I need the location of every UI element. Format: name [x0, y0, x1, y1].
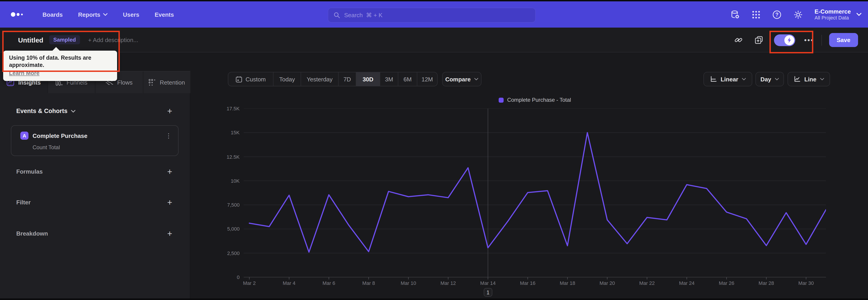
range-custom[interactable]: Custom	[228, 72, 273, 86]
calendar-icon	[236, 76, 242, 83]
x-axis-tick-label: Mar 10	[395, 280, 422, 286]
report-toolbar: Untitled Sampled + Add description...	[0, 28, 868, 53]
nav-item-label: Boards	[42, 11, 63, 18]
event-kebab-menu-icon[interactable]: ⋮	[165, 131, 172, 140]
query-builder-panel: Events & Cohorts + A Complete Purchase ⋮…	[0, 93, 190, 298]
linear-scale-icon	[710, 76, 717, 83]
y-axis-tick-label: 17.5K	[227, 106, 240, 111]
events-cohorts-label: Events & Cohorts	[16, 108, 68, 114]
sampling-toggle[interactable]	[774, 34, 795, 46]
add-description[interactable]: + Add description...	[88, 36, 138, 43]
add-to-board-icon[interactable]	[754, 36, 763, 44]
settings-gear-icon[interactable]	[794, 10, 803, 19]
add-formula-button[interactable]: +	[167, 167, 172, 176]
nav-item-boards[interactable]: Boards	[42, 11, 63, 18]
events-cohorts-header: Events & Cohorts +	[0, 108, 190, 114]
pagination-page-button[interactable]: 1	[484, 288, 492, 297]
save-button[interactable]: Save	[829, 33, 858, 47]
chart-plot-area[interactable]	[244, 109, 826, 280]
nav-item-label: Users	[123, 11, 139, 18]
event-series-badge: A	[20, 131, 29, 140]
add-breakdown-button[interactable]: +	[167, 229, 172, 238]
x-axis-tick-label: Mar 24	[673, 280, 700, 286]
y-axis-tick-label: 7,500	[227, 202, 240, 208]
legend-label: Complete Purchase - Total	[507, 97, 571, 103]
chart-type-dropdown[interactable]: Line	[787, 72, 830, 86]
y-axis-tick-label: 5,000	[227, 226, 240, 232]
screen: Boards Reports Users Events	[0, 0, 868, 300]
search-input[interactable]	[344, 12, 530, 19]
mixpanel-dots-icon	[10, 11, 25, 18]
range-label: Custom	[246, 76, 266, 83]
project-switcher[interactable]: E-Commerce All Project Data	[815, 8, 862, 21]
search-box[interactable]	[328, 8, 536, 23]
range-3m[interactable]: 3M	[380, 72, 398, 86]
apps-grid-icon[interactable]	[752, 10, 761, 19]
range-30d[interactable]: 30D	[356, 72, 380, 86]
help-icon[interactable]: ?	[772, 10, 782, 19]
x-axis-labels: Mar 2Mar 4Mar 6Mar 8Mar 10Mar 12Mar 14Ma…	[244, 280, 826, 287]
date-range-control: Custom Today Yesterday 7D 30D 3M 6M 12M	[228, 72, 438, 86]
tab-label: Flows	[117, 79, 133, 86]
nav-item-reports[interactable]: Reports	[78, 11, 107, 18]
chart-legend[interactable]: Complete Purchase - Total	[244, 97, 826, 103]
scale-dropdown[interactable]: Linear	[704, 72, 752, 86]
range-label: 3M	[385, 76, 393, 83]
range-12m[interactable]: 12M	[417, 72, 437, 86]
range-label: 12M	[422, 76, 433, 83]
chevron-down-icon	[820, 78, 824, 81]
project-name: E-Commerce	[815, 8, 851, 15]
tab-retention[interactable]: Retention	[143, 71, 190, 93]
chevron-down-icon	[775, 78, 779, 81]
x-axis-tick-label: Mar 30	[793, 280, 819, 286]
range-today[interactable]: Today	[273, 72, 301, 86]
sampling-tooltip-message: Using 10% of data. Results are approxima…	[9, 54, 111, 69]
interval-dropdown[interactable]: Day	[755, 72, 784, 86]
section-label: Formulas	[16, 168, 43, 175]
x-axis-tick-label: Mar 12	[435, 280, 462, 286]
retention-icon	[149, 79, 156, 86]
range-7d[interactable]: 7D	[338, 72, 356, 86]
compare-button[interactable]: Compare	[442, 72, 482, 86]
lightning-icon	[786, 37, 792, 43]
app-window: Boards Reports Users Events	[0, 0, 868, 300]
section-label: Breakdown	[16, 230, 48, 237]
data-management-icon[interactable]	[731, 10, 740, 19]
learn-more-link[interactable]: Learn More	[9, 70, 39, 77]
y-axis-labels: 02,5005,0007,50010K12.5K15K17.5K	[208, 109, 240, 277]
nav-links: Boards Reports Users Events	[42, 11, 174, 18]
x-axis-tick-label: Mar 2	[236, 280, 263, 286]
x-axis-tick-label: Mar 8	[355, 280, 382, 286]
bottom-black-strip	[0, 298, 868, 300]
range-yesterday[interactable]: Yesterday	[301, 72, 338, 86]
global-search	[328, 8, 536, 23]
top-nav: Boards Reports Users Events	[0, 1, 868, 28]
events-cohorts-toggle[interactable]: Events & Cohorts	[16, 108, 76, 114]
section-breakdown: Breakdown +	[0, 230, 190, 237]
range-label: Yesterday	[307, 76, 333, 83]
range-label: 7D	[343, 76, 351, 83]
nav-item-users[interactable]: Users	[123, 11, 139, 18]
add-event-button[interactable]: +	[167, 107, 172, 115]
event-card[interactable]: A Complete Purchase ⋮ Count Total	[11, 125, 179, 156]
compare-label: Compare	[445, 76, 471, 83]
range-6m[interactable]: 6M	[398, 72, 417, 86]
y-axis-tick-label: 2,500	[227, 250, 240, 256]
event-metric[interactable]: Count Total	[33, 144, 60, 151]
copy-link-icon[interactable]	[734, 36, 743, 44]
toolbar-divider	[821, 35, 822, 46]
legend-swatch	[499, 97, 504, 102]
more-options-icon[interactable]: •••	[804, 36, 814, 44]
nav-item-label: Events	[155, 11, 174, 18]
app-logo[interactable]	[10, 11, 25, 18]
event-name[interactable]: Complete Purchase	[33, 132, 88, 139]
x-axis-tick-label: Mar 20	[594, 280, 621, 286]
chevron-down-icon	[474, 78, 478, 81]
nav-item-events[interactable]: Events	[155, 11, 174, 18]
sampled-badge[interactable]: Sampled	[49, 35, 80, 44]
nav-right: ? E-Commerce All Project Data	[731, 1, 862, 28]
report-title[interactable]: Untitled	[18, 36, 43, 43]
add-filter-button[interactable]: +	[167, 198, 172, 207]
section-label: Filter	[16, 199, 31, 206]
chevron-down-icon	[71, 110, 76, 112]
